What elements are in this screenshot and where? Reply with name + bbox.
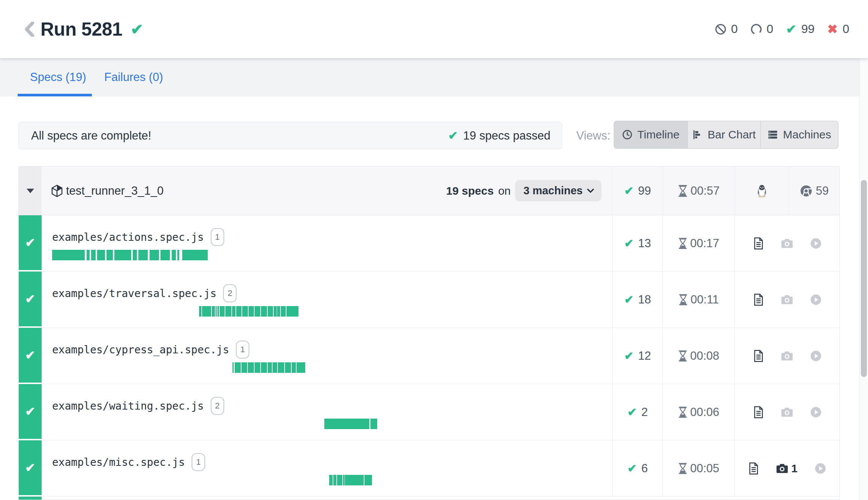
cube-icon [51,185,63,197]
spec-name: examples/traversal.spec.js [52,287,216,300]
passed-icon: ✔ [786,22,796,36]
completion-banner: All specs are complete! ✔ 19 specs passe… [18,122,562,149]
collapse-toggle[interactable] [19,167,42,215]
spec-main-cell: examples/waiting.spec.js 2 [42,384,612,440]
header-stats: 0 0 ✔ 99 ✖ 0 [715,0,849,58]
video-play-icon[interactable] [810,294,822,305]
active-tab-underline [18,94,92,96]
stdout-icon[interactable] [748,462,759,475]
failed-count: 0 [843,22,849,36]
check-icon: ✔ [627,462,637,475]
group-passed-cell: ✔99 [612,167,663,215]
machines-icon [768,129,778,140]
check-icon: ✔ [624,184,634,197]
video-play-icon[interactable] [810,350,822,362]
screenshots-icon[interactable] [781,407,793,417]
stdout-icon[interactable] [753,350,764,362]
tab-failures[interactable]: Failures (0) [92,58,175,96]
spec-row-partial[interactable] [19,497,840,500]
screenshots-icon[interactable]: 1 [776,462,798,475]
spec-passed-count: 12 [638,349,651,363]
stat-skipped: 0 [715,22,738,36]
screenshots-icon[interactable] [781,295,793,305]
spec-main-cell: examples/misc.spec.js 1 [42,440,612,496]
spec-duration: 00:05 [690,462,720,475]
spec-badge: 1 [236,341,249,359]
views-label: Views: [576,122,610,149]
spec-passed-count: 13 [638,237,651,250]
check-icon: ✔ [624,293,634,306]
check-icon: ✔ [448,129,458,143]
stdout-icon[interactable] [753,293,764,306]
back-button[interactable] [22,20,37,38]
spec-passed-cell: ✔6 [612,440,663,496]
caret-down-icon [27,189,34,193]
spec-row[interactable]: ✔ examples/actions.spec.js 1 ✔13 00:17 [19,215,840,272]
spec-status-passed: ✔ [19,272,42,327]
skipped-count: 0 [731,22,738,36]
screenshots-icon[interactable] [781,351,793,361]
group-header-row: test_runner_3_1_0 19 specs on 3 machines… [19,167,840,215]
spec-badge: 1 [192,453,205,471]
video-play-icon[interactable] [815,463,826,474]
spec-artifacts-cell [735,328,840,384]
spec-row[interactable]: ✔ examples/traversal.spec.js 2 ✔18 00:11 [19,272,840,328]
pending-count: 0 [767,22,774,36]
chevron-left-icon [24,22,34,37]
stat-passed: ✔ 99 [786,22,814,36]
spec-row[interactable]: ✔ examples/cypress_api.spec.js 1 ✔12 00:… [19,328,840,384]
spec-status-passed [19,497,42,500]
video-play-icon[interactable] [810,407,822,418]
spec-passed-count: 18 [638,293,651,306]
spec-duration-cell: 00:05 [663,440,735,496]
spec-name: examples/waiting.spec.js [52,400,204,412]
spec-row[interactable]: ✔ examples/misc.spec.js 1 ✔6 00:05 1 [19,440,840,497]
spec-main-cell: examples/actions.spec.js 1 [42,215,612,271]
passed-summary-label: 19 specs passed [463,129,550,143]
pending-icon [751,24,762,35]
spec-passed-cell: ✔12 [612,328,663,384]
spec-status-passed: ✔ [19,328,42,384]
spec-name: examples/actions.spec.js [52,231,204,243]
chrome-icon [800,185,812,197]
spec-badge: 1 [211,228,224,246]
timeline-button-label: Timeline [637,128,679,141]
page-title: Run 5281 [40,18,122,40]
scrollbar-thumb[interactable] [861,180,867,377]
spec-duration: 00:06 [690,405,720,419]
stdout-icon[interactable] [753,406,764,419]
check-icon: ✔ [25,404,35,419]
spec-passed-cell: ✔2 [612,384,663,440]
bar-chart-view-button[interactable]: Bar Chart [688,121,761,148]
group-main-cell: test_runner_3_1_0 19 specs on 3 machines [42,167,612,215]
spec-passed-count: 2 [641,405,648,419]
stdout-icon[interactable] [753,237,764,250]
clock-icon [622,129,633,140]
bar-chart-button-label: Bar Chart [708,128,756,141]
hourglass-icon [678,185,688,197]
hourglass-icon [678,407,687,418]
spec-name: examples/cypress_api.spec.js [52,344,229,356]
hourglass-icon [678,463,687,474]
completion-message: All specs are complete! [31,129,151,143]
timeline-view-button[interactable]: Timeline [614,121,688,148]
screenshots-count: 1 [791,462,798,475]
views-button-group: Timeline Bar Chart Machines [614,121,838,149]
spec-duration-cell: 00:08 [663,328,735,384]
hourglass-icon [678,350,687,362]
video-play-icon[interactable] [810,238,822,249]
group-passed-count: 99 [638,184,651,198]
check-icon: ✔ [624,349,634,362]
skipped-icon [715,24,726,35]
tab-specs[interactable]: Specs (19) [18,58,99,96]
screenshots-icon[interactable] [781,239,793,248]
machines-view-button[interactable]: Machines [761,121,838,148]
machines-dropdown[interactable]: 3 machines [515,180,601,201]
specs-count: 19 specs [446,185,494,197]
machines-dropdown-label: 3 machines [523,185,583,197]
spec-passed-cell: ✔18 [612,272,663,327]
spec-row[interactable]: ✔ examples/waiting.spec.js 2 ✔2 00:06 [19,384,840,440]
check-icon: ✔ [25,292,35,306]
group-summary: 19 specs on 3 machines [446,180,601,201]
spec-name: examples/misc.spec.js [52,456,185,468]
